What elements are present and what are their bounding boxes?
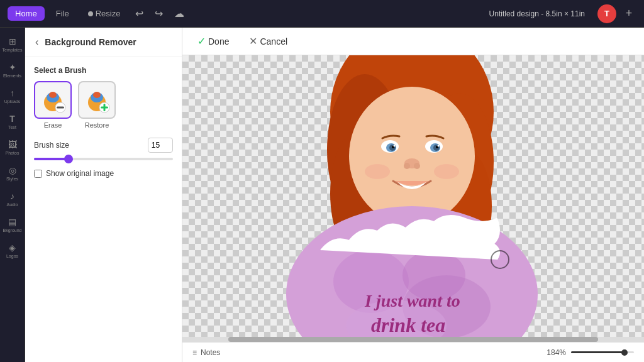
bottom-bar: ≡ Notes 184% xyxy=(182,342,644,362)
sidebar-item-label: Audio xyxy=(7,202,18,207)
restore-brush-svg xyxy=(82,85,112,115)
sidebar-item-label: Bkground xyxy=(3,228,22,233)
cloud-save-button[interactable]: ☁ xyxy=(170,5,188,22)
main-layout: ⊞ Templates ✦ Elements ↑ Uploads T Text … xyxy=(0,28,644,362)
background-icon: ▤ xyxy=(8,217,16,227)
panel-title: Background Remover xyxy=(45,37,136,47)
sidebar-item-label: Uploads xyxy=(4,99,21,104)
erase-brush-option[interactable]: Erase xyxy=(34,81,72,129)
templates-icon: ⊞ xyxy=(9,36,16,47)
canvas-top-bar: ✓ Done ✕ Cancel xyxy=(182,28,644,55)
canvas-scrollbar[interactable] xyxy=(182,337,644,342)
restore-brush-icon-wrap xyxy=(78,81,116,119)
zoom-slider[interactable] xyxy=(571,351,634,353)
redo-button[interactable]: ↪ xyxy=(151,5,167,22)
show-original-checkbox[interactable] xyxy=(34,170,42,178)
svg-point-29 xyxy=(414,163,420,169)
sidebar-item-background[interactable]: ▤ Bkground xyxy=(1,213,24,236)
styles-icon: ◎ xyxy=(9,165,16,175)
erase-brush-icon-wrap xyxy=(34,81,72,119)
svg-point-30 xyxy=(365,164,390,179)
sidebar-item-label: Logos xyxy=(6,254,18,258)
sidebar-item-text[interactable]: T Text xyxy=(1,110,24,133)
notes-label: Notes xyxy=(201,348,220,357)
undo-button[interactable]: ↩ xyxy=(131,5,147,22)
top-bar-left: Home File Resize ↩ ↪ ☁ xyxy=(8,5,484,22)
svg-point-16 xyxy=(349,87,475,225)
sidebar-item-logos[interactable]: ◈ Logos xyxy=(1,239,24,262)
done-button[interactable]: ✓ Done xyxy=(192,31,234,51)
canvas-scrollbar-thumb xyxy=(228,337,597,342)
x-icon: ✕ xyxy=(249,35,257,47)
sidebar-item-label: Elements xyxy=(3,74,21,78)
restore-brush-option[interactable]: Restore xyxy=(78,81,116,129)
zoom-slider-fill xyxy=(571,351,625,353)
text-icon: T xyxy=(9,114,15,124)
person-image: I just want to drink tea and make xyxy=(182,55,641,337)
sidebar-item-audio[interactable]: ♪ Audio xyxy=(1,187,24,211)
show-original-row: Show original image xyxy=(34,169,173,178)
sidebar-item-uploads[interactable]: ↑ Uploads xyxy=(1,84,24,107)
canvas-content[interactable]: I just want to drink tea and make xyxy=(182,55,644,337)
sidebar-item-label: Text xyxy=(8,125,16,129)
zoom-slider-thumb xyxy=(621,349,628,356)
svg-point-25 xyxy=(394,145,396,147)
svg-point-28 xyxy=(404,163,410,169)
erase-brush-svg xyxy=(38,85,68,115)
sidebar-item-label: Templates xyxy=(3,48,23,52)
panel-back-button[interactable]: ‹ xyxy=(34,35,40,49)
audio-icon: ♪ xyxy=(10,191,14,201)
sidebar-item-label: Styles xyxy=(6,177,18,181)
sidebar-item-photos[interactable]: 🖼 Photos xyxy=(1,136,24,159)
sidebar-item-label: Photos xyxy=(6,151,19,155)
panel-body: Select a Brush xyxy=(25,57,182,187)
brush-size-slider[interactable] xyxy=(34,158,173,160)
icon-sidebar: ⊞ Templates ✦ Elements ↑ Uploads T Text … xyxy=(0,28,25,362)
uploads-icon: ↑ xyxy=(10,88,14,98)
logos-icon: ◈ xyxy=(9,243,16,253)
restore-label: Restore xyxy=(85,121,109,129)
slider-fill xyxy=(34,158,69,160)
resize-button[interactable]: Resize xyxy=(80,6,128,21)
svg-point-2 xyxy=(49,92,57,98)
back-arrow-icon: ‹ xyxy=(35,36,38,47)
photos-icon: 🖼 xyxy=(8,140,17,150)
cancel-button[interactable]: ✕ Cancel xyxy=(244,31,292,51)
brush-size-row: Brush size xyxy=(34,138,173,153)
brush-size-input[interactable] xyxy=(148,138,173,153)
zoom-percent: 184% xyxy=(547,348,566,357)
show-original-label[interactable]: Show original image xyxy=(46,169,114,178)
svg-point-26 xyxy=(438,145,440,147)
zoom-controls: 184% xyxy=(547,348,634,357)
erase-label: Erase xyxy=(44,121,62,129)
document-title: Untitled design - 8.5in × 11in xyxy=(489,9,585,18)
file-button[interactable]: File xyxy=(48,6,77,21)
canvas-area: ✓ Done ✕ Cancel xyxy=(182,28,644,362)
add-button[interactable]: + xyxy=(621,6,636,21)
brush-section-label: Select a Brush xyxy=(34,66,173,75)
brush-options: Erase Res xyxy=(34,81,173,129)
svg-rect-10 xyxy=(104,104,106,111)
sidebar-item-styles[interactable]: ◎ Styles xyxy=(1,162,24,185)
top-bar: Home File Resize ↩ ↪ ☁ Untitled design -… xyxy=(0,0,644,28)
top-bar-right: Untitled design - 8.5in × 11in T + xyxy=(489,4,636,23)
check-icon: ✓ xyxy=(197,35,206,47)
resize-indicator-dot xyxy=(88,11,93,16)
panel-header: ‹ Background Remover xyxy=(25,28,182,57)
svg-point-7 xyxy=(93,92,101,98)
brush-size-label: Brush size xyxy=(34,141,69,150)
tools-panel: ‹ Background Remover Select a Brush xyxy=(25,28,182,362)
user-avatar-button[interactable]: T xyxy=(597,4,616,23)
sidebar-item-elements[interactable]: ✦ Elements xyxy=(1,58,24,82)
cancel-label: Cancel xyxy=(260,36,287,47)
svg-text:drink tea: drink tea xyxy=(371,314,445,336)
home-button[interactable]: Home xyxy=(8,6,45,21)
notes-icon: ≡ xyxy=(192,348,197,357)
elements-icon: ✦ xyxy=(9,62,16,72)
notes-button[interactable]: ≡ Notes xyxy=(192,348,220,357)
sidebar-item-templates[interactable]: ⊞ Templates xyxy=(1,33,24,56)
done-label: Done xyxy=(208,36,229,47)
slider-thumb xyxy=(64,155,73,163)
svg-text:I just want to: I just want to xyxy=(364,291,460,310)
svg-rect-4 xyxy=(57,107,64,109)
